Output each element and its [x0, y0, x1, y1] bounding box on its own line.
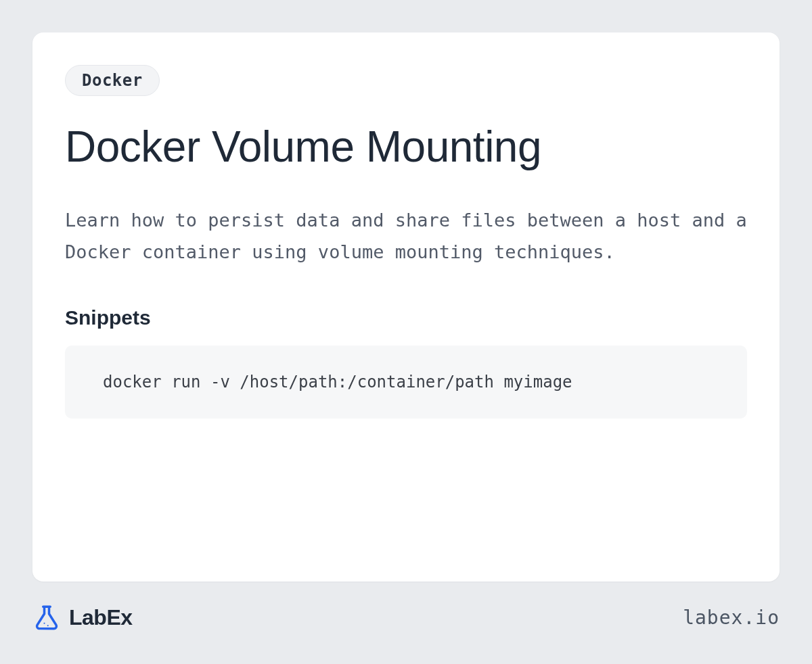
category-tag: Docker: [65, 65, 160, 96]
domain-text: labex.io: [683, 607, 780, 629]
svg-point-1: [47, 625, 49, 626]
code-snippet: docker run -v /host/path:/container/path…: [65, 346, 747, 419]
snippets-heading: Snippets: [65, 306, 747, 329]
page-title: Docker Volume Mounting: [65, 122, 747, 172]
content-card: Docker Docker Volume Mounting Learn how …: [32, 32, 780, 582]
brand-name: LabEx: [69, 605, 133, 630]
page-description: Learn how to persist data and share file…: [65, 204, 747, 268]
svg-point-0: [43, 623, 45, 624]
brand: LabEx: [32, 603, 133, 632]
flask-icon: [32, 603, 61, 632]
footer: LabEx labex.io: [32, 582, 780, 632]
